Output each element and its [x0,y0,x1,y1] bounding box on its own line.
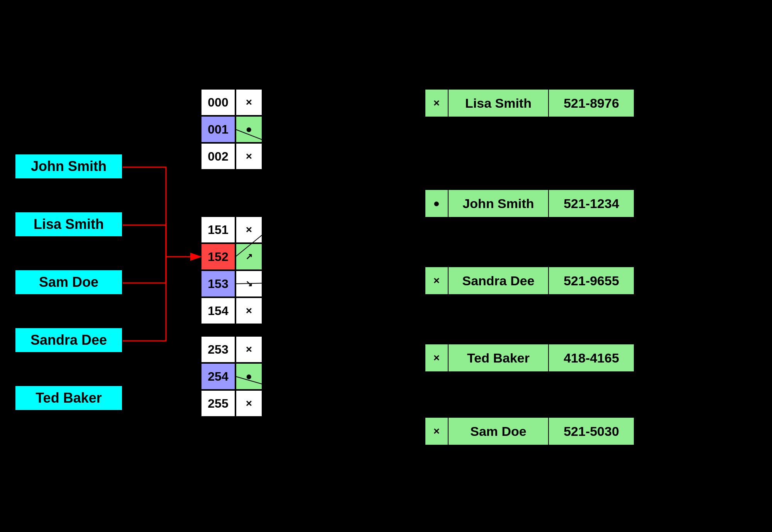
diagram-container: John Smith Lisa Smith Sam Doe Sandra Dee… [0,0,772,532]
bucket-row: 153 ↘ [201,270,262,297]
contact-icon: × [425,90,449,117]
contact-card-ted-baker: × Ted Baker 418-4165 [425,344,635,372]
bucket-group-1: 000 × 001 ● 002 × [201,89,262,170]
contact-phone: 521-8976 [549,90,634,117]
bucket-row: 001 ● [201,116,262,143]
bucket-row: 254 ● [201,363,262,390]
contact-name: John Smith [449,190,549,217]
bucket-row: 151 × [201,216,262,243]
bucket-num: 254 [201,363,235,390]
bucket-icon: × [235,89,262,116]
contact-name: Lisa Smith [449,90,549,117]
contact-name: Sandra Dee [449,267,549,294]
arrows-svg [0,0,772,532]
bucket-icon: ● [235,363,262,390]
arrow-001-to-john [235,129,425,203]
person-lisa-smith: Lisa Smith [15,212,123,237]
arrow-254-to-sam [235,376,425,430]
person-ted-baker: Ted Baker [15,385,123,411]
contact-name: Sam Doe [449,418,549,445]
bucket-icon: ● [235,116,262,143]
bucket-icon: ↘ [235,270,262,297]
bucket-num: 151 [201,216,235,243]
contact-phone: 521-9655 [549,267,634,294]
bucket-icon: ↗ [235,243,262,270]
contact-phone: 418-4165 [549,344,634,371]
arrow-lisa-to-152 [123,225,166,257]
bucket-icon: × [235,216,262,243]
person-sandra-dee: Sandra Dee [15,327,123,353]
contact-card-lisa-smith: × Lisa Smith 521-8976 [425,89,635,117]
contact-card-sandra-dee: × Sandra Dee 521-9655 [425,266,635,295]
contact-card-sam-doe: × Sam Doe 521-5030 [425,417,635,446]
bucket-num: 255 [201,390,235,417]
bucket-num: 253 [201,336,235,363]
arrow-153-to-sandra [235,280,425,284]
bucket-icon: × [235,390,262,417]
bucket-group-2: 151 × 152 ↗ 153 ↘ 154 × [201,216,262,324]
arrow-sam-to-152 [123,257,166,283]
person-sam-doe: Sam Doe [15,269,123,295]
bucket-group-3: 253 × 254 ● 255 × [201,336,262,417]
arrow-152-to-lisa [235,102,425,257]
contact-icon: ● [425,190,449,217]
bucket-num: 152 [201,243,235,270]
contact-icon: × [425,267,449,294]
contact-name: Ted Baker [449,344,549,371]
bucket-row: 002 × [201,143,262,170]
bucket-num: 000 [201,89,235,116]
bucket-icon: × [235,143,262,170]
contact-icon: × [425,418,449,445]
contact-phone: 521-5030 [549,418,634,445]
bucket-row: 253 × [201,336,262,363]
bucket-num: 001 [201,116,235,143]
bucket-row: 000 × [201,89,262,116]
bucket-num: 002 [201,143,235,170]
bucket-row: 152 ↗ [201,243,262,270]
contact-card-john-smith: ● John Smith 521-1234 [425,189,635,218]
arrow-john-to-152 [123,167,201,257]
bucket-icon: × [235,297,262,324]
bucket-row: 255 × [201,390,262,417]
bucket-row: 154 × [201,297,262,324]
bucket-num: 154 [201,297,235,324]
bucket-icon: × [235,336,262,363]
contact-phone: 521-1234 [549,190,634,217]
bucket-num: 153 [201,270,235,297]
contact-icon: × [425,344,449,371]
arrow-sandra-to-152 [123,257,166,341]
person-john-smith: John Smith [15,154,123,179]
